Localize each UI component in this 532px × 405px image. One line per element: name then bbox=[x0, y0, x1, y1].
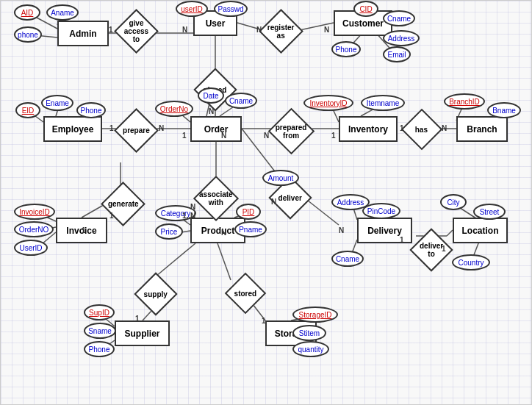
attr-invoiceid: InvoiceID bbox=[14, 204, 55, 220]
svg-line-64 bbox=[218, 243, 231, 280]
attr-eid: EID bbox=[15, 102, 40, 118]
attr-ename: Ename bbox=[41, 95, 73, 111]
mult-n-placed: N bbox=[209, 107, 214, 115]
mult-1-prepare-right: 1 bbox=[182, 132, 187, 140]
attr-suplid: SupID bbox=[84, 304, 115, 320]
attr-pid: PID bbox=[236, 204, 261, 220]
entity-admin: Admin bbox=[57, 21, 109, 46]
entity-employee: Employee bbox=[43, 116, 102, 142]
entity-inventory: Inventory bbox=[339, 116, 398, 142]
attr-pname: Pname bbox=[234, 221, 267, 237]
mult-n-prepare-right: N bbox=[159, 124, 164, 132]
mult-n-register-right: N bbox=[324, 26, 329, 34]
attr-pincode: PinCode bbox=[362, 203, 400, 219]
mult-1-deliver-to-right: 1 bbox=[442, 245, 446, 253]
entity-order: Order bbox=[190, 116, 242, 142]
svg-line-58 bbox=[143, 311, 151, 320]
attr-inventoryid: InventoryID bbox=[303, 95, 353, 111]
attr-city: City bbox=[440, 194, 467, 210]
attr-userid-inv: UserID bbox=[14, 240, 48, 256]
mult-1-give-access-left: 1 bbox=[109, 26, 113, 34]
mult-1-prepare-left: 1 bbox=[109, 124, 114, 132]
mult-n-deliver-order: N bbox=[271, 198, 276, 206]
mult-n-order-right: N bbox=[221, 132, 226, 140]
er-diagram-canvas: Admin User Customer Employee Order Inven… bbox=[0, 0, 532, 405]
mult-1-prepared-from-right: 1 bbox=[331, 132, 336, 140]
attr-address-cust: Address bbox=[383, 30, 420, 46]
attr-itemname: Itemname bbox=[361, 95, 405, 111]
attr-phone-cust: Phone bbox=[331, 41, 361, 57]
attr-street: Street bbox=[473, 204, 506, 220]
attr-stitem: Stitem bbox=[292, 325, 326, 341]
attr-branchid: BranchID bbox=[444, 93, 485, 110]
attr-country: Country bbox=[452, 254, 490, 270]
attr-amount: Amount bbox=[262, 170, 299, 186]
attr-sname: Sname bbox=[84, 323, 116, 339]
mult-n-stored: N bbox=[221, 229, 226, 237]
attr-cid: CID bbox=[353, 1, 378, 17]
attr-price: Price bbox=[155, 223, 183, 240]
attr-aid: AID bbox=[14, 4, 40, 21]
attr-orderno: OrderNo bbox=[155, 101, 193, 117]
mult-n-deliver-delivery: N bbox=[339, 226, 344, 234]
attr-email-cust: Email bbox=[383, 46, 411, 62]
attr-phone-admin: phone bbox=[14, 26, 42, 43]
attr-quantity: quantity bbox=[292, 341, 329, 357]
mult-n-prepared-from-left: N bbox=[264, 132, 269, 140]
mult-n-associate-order: N bbox=[190, 203, 195, 211]
mult-1n-associate: 1..N bbox=[182, 212, 195, 220]
mult-1-deliver-to-left: 1 bbox=[400, 236, 404, 244]
svg-line-51 bbox=[447, 230, 453, 236]
mult-1-has-left: 1 bbox=[400, 124, 404, 132]
mult-n-give-access-right: N bbox=[182, 26, 187, 34]
attr-aname: Aname bbox=[46, 4, 79, 21]
mult-1-supply: 1 bbox=[135, 315, 140, 323]
attr-storageid: StorageID bbox=[292, 307, 338, 323]
attr-cname-cust: Cname bbox=[383, 10, 415, 26]
entity-location: Location bbox=[453, 218, 508, 243]
attr-phone-sup: Phone bbox=[84, 341, 115, 357]
mult-1-stored: 1 bbox=[262, 317, 266, 325]
attr-orderno-inv: OrderNO bbox=[14, 221, 54, 237]
entity-supplier: Supplier bbox=[115, 320, 170, 346]
mult-1-generate-right: 1 bbox=[109, 212, 114, 220]
attr-cname-del: Cname bbox=[331, 251, 364, 267]
attr-passwd: Passwd bbox=[214, 1, 248, 17]
attr-date: Date bbox=[198, 87, 224, 104]
attr-bname: Bname bbox=[487, 102, 521, 118]
attr-cname-order: Cname bbox=[225, 93, 257, 109]
mult-1-generate-left: 1 bbox=[82, 226, 86, 234]
mult-n-register-left: N bbox=[256, 26, 262, 34]
attr-userid: userID bbox=[176, 1, 208, 17]
entity-branch: Branch bbox=[456, 116, 508, 142]
attr-phone-emp: Phone bbox=[76, 102, 106, 118]
mult-n-has-right: N bbox=[442, 124, 447, 132]
